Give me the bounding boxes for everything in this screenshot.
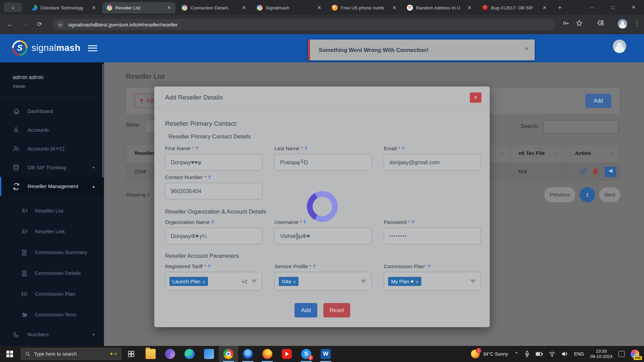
help-icon[interactable]: ?	[428, 264, 431, 269]
contact-number-input[interactable]: 9602035404	[165, 183, 262, 199]
taskbar-blue-app[interactable]	[238, 346, 258, 362]
pagination-previous-button[interactable]: Previous	[544, 187, 576, 202]
pagination-page-1[interactable]: 1	[580, 187, 595, 202]
sidebar-item-accounts-kyc[interactable]: Accounts (KYC)	[0, 139, 104, 158]
site-info-icon[interactable]: ⚎	[57, 21, 64, 28]
tab-signalmash[interactable]: Signalmash ✕	[253, 2, 326, 13]
window-close-button[interactable]: ×	[623, 0, 644, 15]
sort-icon[interactable]: ↑↓	[610, 150, 614, 156]
sidebar-item-dashboard[interactable]: Dashboard	[0, 102, 104, 121]
tab-free-us-phone[interactable]: Free US phone numb ✕	[328, 2, 401, 13]
tab-close-icon[interactable]: ✕	[316, 5, 322, 11]
taskbar-file-explorer[interactable]	[141, 346, 160, 362]
tab-close-icon[interactable]: ✕	[391, 5, 397, 11]
tab-close-icon[interactable]: ✕	[166, 5, 172, 11]
sidebar-subitem-commission-term[interactable]: Commission Term	[0, 304, 104, 325]
browser-profile-avatar[interactable]	[618, 19, 627, 28]
help-icon[interactable]: ?	[401, 146, 405, 151]
sidebar-subitem-commission-details[interactable]: Commission Details	[0, 263, 104, 284]
speaker-icon[interactable]	[561, 351, 568, 357]
sidebar-subitem-reseller-link[interactable]: Reseller Link	[0, 221, 104, 242]
organization-name-input[interactable]: DonjaayΦ♥┍¼	[165, 228, 262, 244]
tab-random-address[interactable]: Random Address In U ✕	[403, 2, 476, 13]
tag-remove-icon[interactable]: x	[293, 279, 296, 284]
window-maximize-button[interactable]: □	[602, 0, 623, 15]
impersonate-login-button[interactable]	[605, 167, 616, 177]
task-view-button[interactable]	[121, 346, 141, 362]
modal-reset-button[interactable]: Reset	[323, 303, 350, 317]
edit-pencil-icon[interactable]	[580, 168, 586, 176]
new-tab-button[interactable]: +	[555, 3, 565, 13]
taskbar-firefox[interactable]	[258, 346, 277, 362]
help-icon[interactable]: ?	[412, 220, 415, 225]
taskbar-search-input[interactable]: Type here to search ✦✧	[21, 348, 121, 360]
help-icon[interactable]: ?	[195, 146, 198, 151]
search-input[interactable]	[543, 120, 619, 133]
window-minimize-button[interactable]: –	[582, 0, 602, 15]
sidebar-item-accounts[interactable]: Accounts	[0, 121, 104, 139]
notification-center-icon[interactable]	[619, 351, 625, 357]
col-action[interactable]: Action	[575, 150, 591, 156]
tab-close-icon[interactable]: ✕	[91, 5, 97, 11]
weather-widget[interactable]: 1 34°C Sunny	[471, 350, 508, 358]
tab-overflow-button[interactable]: ⌄	[4, 3, 22, 12]
col-reseller[interactable]: Reseller	[135, 150, 155, 156]
help-icon[interactable]: ?	[208, 175, 211, 180]
password-manager-icon[interactable]	[562, 19, 570, 28]
delete-trash-icon[interactable]	[592, 168, 598, 176]
forward-button[interactable]: →	[19, 19, 30, 30]
sidebar-toggle-hamburger-icon[interactable]	[88, 44, 97, 51]
clock[interactable]: 13:33 09-10-2024	[590, 349, 613, 359]
battery-icon[interactable]	[536, 352, 543, 356]
toast-close-icon[interactable]: ×	[525, 45, 529, 53]
tab-close-icon[interactable]: ✕	[241, 5, 247, 11]
sidebar-item-ob-sip-trunking[interactable]: OB SIP Trunking ▾	[0, 158, 104, 177]
sort-icon[interactable]: ↑↓	[499, 150, 504, 156]
sort-icon[interactable]: ↑↓	[555, 150, 559, 156]
help-icon[interactable]: ?	[313, 264, 316, 269]
username-input[interactable]: Vishal╬μΦ♥	[274, 228, 372, 244]
col-e9-tax-file[interactable]: e9 Tax File	[519, 150, 545, 156]
email-input[interactable]: donjaay@gmail.com	[384, 154, 481, 171]
password-input[interactable]: ••••••••	[384, 228, 481, 244]
extensions-puzzle-icon[interactable]	[597, 19, 604, 28]
help-icon[interactable]: ?	[305, 146, 308, 151]
help-icon[interactable]: ?	[208, 264, 211, 269]
signalmash-logo[interactable]: signalmash	[12, 40, 80, 56]
add-reseller-open-button[interactable]: Add	[585, 94, 611, 108]
microphone-icon[interactable]	[525, 351, 530, 357]
address-bar[interactable]: ⚎ signalmashdbtest.gventure.info/#/resel…	[52, 19, 555, 30]
sidebar-subitem-reseller-list[interactable]: Reseller List	[0, 200, 104, 221]
browser-menu-kebab-icon[interactable]: ⋮	[634, 19, 640, 27]
modal-close-button[interactable]: ✕	[470, 92, 482, 103]
commission-plan-select[interactable]: My Plan ♥x	[384, 272, 481, 291]
start-button[interactable]	[0, 346, 19, 362]
taskbar-edge[interactable]	[180, 346, 199, 362]
taskbar-chrome[interactable]	[219, 346, 238, 362]
sidebar-subitem-commission-plan[interactable]: Commission Plan	[0, 284, 104, 304]
tab-gventure[interactable]: GVenture Technology ✕	[27, 2, 100, 13]
taskbar-photos-app[interactable]	[199, 346, 219, 362]
copilot-icon[interactable]: PRE	[631, 350, 639, 358]
tray-chevron-up-icon[interactable]: ⌃	[514, 351, 519, 357]
language-indicator[interactable]: ENG	[574, 351, 584, 357]
help-icon[interactable]: ?	[211, 220, 214, 225]
tab-reseller-list[interactable]: Reseller List ✕	[102, 2, 175, 13]
tag-remove-icon[interactable]: x	[203, 279, 205, 284]
taskbar-word[interactable]: W	[316, 346, 335, 362]
sidebar-subitem-commission-summary[interactable]: Commission Summary	[0, 242, 104, 263]
taskbar-youtube[interactable]	[277, 346, 297, 362]
taskbar-skype[interactable]: S2	[297, 346, 316, 362]
registered-tariff-select[interactable]: Launch Planx +2	[165, 272, 262, 291]
tag-remove-icon[interactable]: x	[416, 279, 418, 284]
pagination-next-button[interactable]: Next	[599, 187, 621, 202]
tab-connection-details[interactable]: Connection Details ✕	[177, 2, 251, 13]
wifi-icon[interactable]	[549, 352, 555, 357]
tab-close-icon[interactable]: ✕	[466, 5, 473, 11]
sidebar-item-reseller-management[interactable]: Reseller Management ▴	[0, 177, 104, 196]
reload-button[interactable]: ⟳	[34, 19, 45, 30]
service-profile-select[interactable]: Gitax	[274, 272, 372, 291]
taskbar-loop-app[interactable]	[160, 346, 180, 362]
modal-add-button[interactable]: Add	[294, 303, 317, 317]
tab-bug-12817[interactable]: Bug #12817: OB SIP ✕	[478, 2, 551, 13]
